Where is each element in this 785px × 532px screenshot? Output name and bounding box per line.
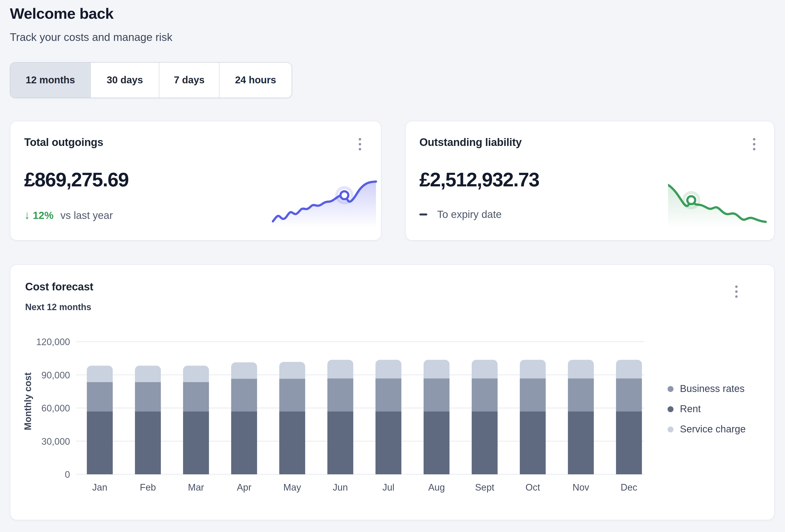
liability-note: To expiry date xyxy=(437,209,502,220)
x-tick-label: Jan xyxy=(92,482,107,493)
x-tick-label: Nov xyxy=(573,482,589,493)
y-tick-label: 60,000 xyxy=(42,403,70,414)
chart-legend: Business ratesRentService charge xyxy=(667,383,746,435)
tab-30-days[interactable]: 30 days xyxy=(91,62,159,98)
x-tick-label: May xyxy=(283,482,301,493)
bar-segment-rent xyxy=(231,411,257,474)
forecast-subtitle: Next 12 months xyxy=(25,302,759,313)
dashboard: Welcome back Track your costs and manage… xyxy=(0,0,785,532)
bar-segment-rent xyxy=(520,411,546,474)
page-subtitle: Track your costs and manage risk xyxy=(10,31,775,44)
bar-segment-rent xyxy=(616,411,642,474)
bar-segment-service-charge xyxy=(376,360,401,378)
bar-segment-rent xyxy=(424,411,450,474)
bar-segment-service-charge xyxy=(520,360,546,378)
bar-segment-service-charge xyxy=(231,363,257,379)
legend-dot-icon xyxy=(667,386,674,392)
x-tick-label: Aug xyxy=(428,482,445,493)
bar-segment-business-rates xyxy=(231,379,257,411)
legend-item-service-charge: Service charge xyxy=(667,424,746,435)
tab-7-days[interactable]: 7 days xyxy=(159,62,220,98)
bar-segment-business-rates xyxy=(135,382,161,411)
legend-dot-icon xyxy=(667,426,674,432)
kebab-menu-icon[interactable] xyxy=(732,283,741,301)
bar-segment-rent xyxy=(87,411,113,474)
x-tick-label: Apr xyxy=(237,482,251,493)
data-point-marker xyxy=(687,196,695,204)
outstanding-liability-card: Outstanding liability £2,512,932.73 To e… xyxy=(405,121,775,241)
tab-12-months[interactable]: 12 months xyxy=(10,62,91,98)
legend-item-rent: Rent xyxy=(667,403,746,415)
page-title: Welcome back xyxy=(10,5,775,23)
bar-segment-service-charge xyxy=(424,360,450,378)
x-tick-label: Dec xyxy=(621,482,637,493)
bar-segment-rent xyxy=(135,411,161,474)
bar-segment-business-rates xyxy=(376,378,401,411)
forecast-title: Cost forecast xyxy=(25,281,759,293)
total-outgoings-card: Total outgoings £869,275.69 ↓ 12% vs las… xyxy=(10,121,381,241)
bar-segment-rent xyxy=(183,411,209,474)
bar-segment-business-rates xyxy=(568,378,594,411)
bar-segment-business-rates xyxy=(424,378,450,411)
dash-icon xyxy=(420,213,427,216)
x-tick-label: Mar xyxy=(188,482,204,493)
outgoings-sparkline xyxy=(272,180,378,228)
card-title: Total outgoings xyxy=(24,136,367,149)
y-tick-label: 90,000 xyxy=(42,370,70,380)
legend-dot-icon xyxy=(667,406,674,412)
x-tick-label: Sept xyxy=(475,482,495,493)
cost-forecast-card: Cost forecast Next 12 months 120,00090,0… xyxy=(10,264,775,520)
bar-segment-business-rates xyxy=(616,378,642,411)
kebab-menu-icon[interactable] xyxy=(356,135,364,153)
bar-segment-rent xyxy=(568,411,594,474)
bar-segment-rent xyxy=(279,411,305,474)
card-title: Outstanding liability xyxy=(420,136,760,149)
delta-percent: 12% xyxy=(33,209,53,221)
stat-cards-row: Total outgoings £869,275.69 ↓ 12% vs las… xyxy=(10,121,775,241)
legend-item-business-rates: Business rates xyxy=(667,383,746,394)
bar-segment-business-rates xyxy=(279,379,305,411)
bar-segment-rent xyxy=(472,411,498,474)
stacked-bar-chart: 120,00090,00060,00030,0000Monthly costJa… xyxy=(10,337,657,502)
bar-segment-service-charge xyxy=(568,360,594,378)
bar-segment-business-rates xyxy=(327,378,353,411)
bar-segment-business-rates xyxy=(183,382,209,411)
tab-24-hours[interactable]: 24 hours xyxy=(220,62,292,98)
bar-segment-business-rates xyxy=(472,378,498,411)
bar-segment-service-charge xyxy=(616,360,642,378)
bar-segment-service-charge xyxy=(279,362,305,379)
bar-segment-business-rates xyxy=(87,382,113,411)
y-tick-label: 120,000 xyxy=(36,337,70,347)
bar-segment-service-charge xyxy=(472,360,498,378)
x-tick-label: Feb xyxy=(140,482,156,493)
liability-sparkline xyxy=(668,180,767,228)
y-tick-label: 0 xyxy=(65,470,70,480)
bar-segment-business-rates xyxy=(520,378,546,411)
data-point-marker xyxy=(340,191,348,199)
arrow-down-icon: ↓ xyxy=(24,209,30,222)
bar-segment-service-charge xyxy=(135,366,161,382)
bar-segment-rent xyxy=(376,411,401,474)
x-tick-label: Jul xyxy=(382,482,395,493)
bar-segment-rent xyxy=(327,411,353,474)
time-range-tabs: 12 months30 days7 days24 hours xyxy=(10,62,292,98)
bar-segment-service-charge xyxy=(87,366,113,382)
delta-note: vs last year xyxy=(60,209,113,221)
bar-segment-service-charge xyxy=(183,366,209,382)
kebab-menu-icon[interactable] xyxy=(750,135,758,153)
x-tick-label: Jun xyxy=(333,482,348,493)
x-tick-label: Oct xyxy=(526,482,540,493)
bar-segment-service-charge xyxy=(327,360,353,378)
y-tick-label: 30,000 xyxy=(42,436,70,447)
y-axis-label: Monthly cost xyxy=(23,372,33,430)
